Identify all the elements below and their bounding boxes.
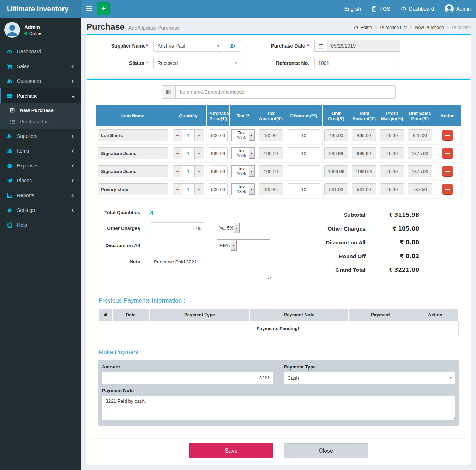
item-row: − + Tax 18% ▼ bbox=[96, 181, 462, 199]
make-payment-heading: Make Payment : bbox=[98, 349, 459, 356]
content-header: PurchaseAdd/Update Purchase Home Purchas… bbox=[81, 18, 476, 34]
amount-input[interactable] bbox=[102, 372, 273, 384]
home-dashboard-icon bbox=[354, 25, 358, 30]
item-row: − + Tax 10% ▼ bbox=[96, 163, 462, 181]
reference-no-input[interactable] bbox=[314, 57, 400, 69]
payment-note-label: Payment Note bbox=[102, 388, 455, 393]
sidebar-item-reports[interactable]: Reports bbox=[0, 188, 81, 203]
note-textarea[interactable]: Purchase Paid 3221 bbox=[150, 257, 271, 279]
breadcrumb-new-purchase[interactable]: New Purchase bbox=[407, 25, 444, 30]
purchase-submenu: New Purchase Purchase List bbox=[0, 103, 81, 129]
quantity-increase-button[interactable]: + bbox=[194, 148, 204, 159]
tax-select[interactable]: Tax 18% ▼ bbox=[231, 183, 255, 195]
item-search-input[interactable] bbox=[175, 85, 396, 99]
col-payment-type: Payment Type bbox=[149, 309, 250, 321]
quantity-field[interactable] bbox=[182, 166, 194, 177]
save-button[interactable]: Save bbox=[189, 443, 273, 458]
discount-on-all-label: Discount on All bbox=[98, 243, 140, 248]
tax-select[interactable]: Tax 10% ▼ bbox=[231, 165, 255, 177]
sidebar-item-purchase[interactable]: Purchase bbox=[0, 88, 81, 103]
minus-icon bbox=[445, 153, 450, 154]
quantity-decrease-button[interactable]: − bbox=[173, 184, 182, 195]
col-discount: Discount(%) bbox=[285, 105, 323, 127]
purchase-date-input[interactable] bbox=[327, 40, 400, 52]
quantity-decrease-button[interactable]: − bbox=[173, 130, 182, 141]
sidebar-item-settings[interactable]: Settings bbox=[0, 203, 81, 218]
other-charges-tax-select[interactable]: Vat 5% ▼ bbox=[217, 222, 270, 234]
remove-item-button[interactable] bbox=[442, 166, 453, 177]
pos-menu[interactable]: POS bbox=[366, 0, 396, 18]
quantity-stepper: − + bbox=[173, 147, 204, 159]
quantity-increase-button[interactable]: + bbox=[194, 166, 204, 177]
previous-payments-heading: Previous Payments Information : bbox=[98, 297, 459, 304]
supplier-select[interactable]: Krishna Patil ▾ bbox=[153, 40, 223, 52]
discount-field[interactable] bbox=[287, 129, 320, 141]
other-charges-input[interactable] bbox=[150, 222, 205, 234]
other-charges-total-value: ₹ 105.00 bbox=[366, 226, 419, 232]
make-payment-panel: Amount Payment Type Cash ▾ bbox=[98, 360, 459, 426]
note-label: Note bbox=[98, 259, 140, 264]
breadcrumb-home[interactable]: Home bbox=[354, 25, 372, 30]
purchase-price-field[interactable] bbox=[209, 129, 228, 141]
tax-select[interactable]: Tax 10% ▼ bbox=[231, 147, 255, 159]
payment-note-textarea[interactable]: 3221 Paid by cash. bbox=[102, 396, 455, 420]
add-supplier-button[interactable] bbox=[224, 40, 241, 52]
quantity-decrease-button[interactable]: − bbox=[173, 166, 182, 177]
sidebar-toggle-button[interactable] bbox=[81, 0, 97, 18]
sidebar-item-customers[interactable]: Customers bbox=[0, 74, 81, 88]
sidebar-item-items[interactable]: Items bbox=[0, 144, 81, 158]
breadcrumb-purchase-list[interactable]: Purchase List bbox=[372, 25, 407, 30]
form-actions: Save Close bbox=[90, 438, 467, 465]
col-payment-note: Payment Note bbox=[250, 309, 349, 321]
discount-total-value: ₹ 0.00 bbox=[366, 239, 419, 246]
gears-icon bbox=[6, 208, 13, 213]
quantity-increase-button[interactable]: + bbox=[194, 184, 204, 195]
minus-circle-icon bbox=[6, 163, 13, 169]
calendar-icon[interactable] bbox=[314, 40, 327, 52]
app-logo[interactable]: Ultimate Inventory bbox=[0, 0, 81, 18]
tax-select[interactable]: Tax 10% ▼ bbox=[231, 129, 255, 141]
user-menu[interactable]: Admin bbox=[439, 0, 476, 18]
quantity-stepper: − + bbox=[173, 165, 204, 177]
sidebar-user-status[interactable]: Online bbox=[24, 31, 41, 36]
sidebar-item-expenses[interactable]: Expenses bbox=[0, 158, 81, 173]
discount-field[interactable] bbox=[287, 183, 320, 195]
remove-item-button[interactable] bbox=[442, 184, 453, 195]
sidebar-item-suppliers[interactable]: Suppliers bbox=[0, 129, 81, 144]
col-unit-sales-price: Unit Sales Price(₹) bbox=[406, 105, 434, 127]
close-button[interactable]: Close bbox=[284, 443, 368, 458]
minus-icon bbox=[445, 171, 450, 172]
sidebar-item-places[interactable]: Places bbox=[0, 173, 81, 188]
sidebar-item-help[interactable]: Help bbox=[0, 218, 81, 232]
quick-add-button[interactable]: + bbox=[97, 2, 110, 15]
dashboard-menu[interactable]: Dashboard bbox=[396, 0, 439, 18]
quantity-field[interactable] bbox=[182, 130, 194, 141]
quantity-field[interactable] bbox=[182, 184, 194, 195]
quantity-field[interactable] bbox=[182, 148, 194, 159]
payment-type-select[interactable]: Cash ▾ bbox=[284, 372, 456, 384]
language-menu[interactable]: English bbox=[339, 0, 367, 18]
sidebar-item-new-purchase[interactable]: New Purchase bbox=[0, 105, 81, 116]
col-purchase-price: Purchase Price(₹) bbox=[207, 105, 230, 127]
item-name-field bbox=[98, 165, 168, 177]
item-name-field bbox=[98, 147, 168, 159]
col-date: Date bbox=[112, 309, 149, 321]
sidebar-item-purchase-list[interactable]: Purchase List bbox=[0, 116, 81, 127]
remove-item-button[interactable] bbox=[442, 130, 453, 141]
unit-cost-field bbox=[324, 183, 348, 195]
discount-field[interactable] bbox=[287, 147, 320, 159]
profit-margin-field bbox=[380, 183, 404, 195]
quantity-increase-button[interactable]: + bbox=[194, 130, 204, 141]
quantity-decrease-button[interactable]: − bbox=[173, 148, 182, 159]
purchase-price-field[interactable] bbox=[209, 183, 228, 195]
grid-icon bbox=[6, 93, 13, 99]
remove-item-button[interactable] bbox=[442, 148, 453, 159]
sidebar-item-sales[interactable]: Sales bbox=[0, 59, 81, 74]
discount-type-select[interactable]: Per% ▼ bbox=[217, 239, 270, 251]
status-select[interactable]: Received ▾ bbox=[153, 57, 241, 69]
purchase-price-field[interactable] bbox=[209, 147, 228, 159]
discount-on-all-input[interactable] bbox=[150, 240, 205, 251]
purchase-price-field[interactable] bbox=[209, 165, 228, 177]
discount-field[interactable] bbox=[287, 165, 320, 177]
sidebar-item-dashboard[interactable]: Dashboard bbox=[0, 44, 81, 59]
